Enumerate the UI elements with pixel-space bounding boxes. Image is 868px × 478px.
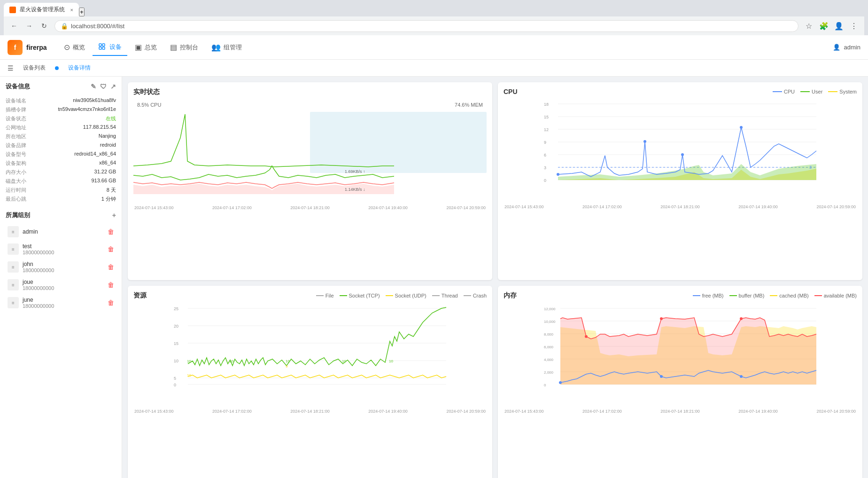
svg-rect-0 bbox=[99, 44, 101, 46]
nav-label-overview: 概览 bbox=[73, 43, 85, 52]
svg-point-26 bbox=[643, 140, 646, 143]
svg-text:2,000: 2,000 bbox=[544, 370, 554, 375]
device-info-section: 设备信息 ✎ 🛡 ↗ 设备域名 niw3905k61hua8fv 插槽令牌 tn… bbox=[6, 82, 116, 204]
resource-chart-card: 资源 File Socket (TCP) Socket (UDP) bbox=[128, 286, 492, 478]
nav-label-console: 控制台 bbox=[180, 43, 198, 52]
svg-text:12,000: 12,000 bbox=[544, 307, 556, 311]
group-delete-test[interactable]: 🗑 bbox=[108, 245, 114, 253]
extensions-button[interactable]: 🧩 bbox=[817, 19, 830, 32]
back-button[interactable]: ← bbox=[8, 19, 21, 32]
svg-text:4,000: 4,000 bbox=[544, 358, 554, 362]
svg-rect-4 bbox=[310, 112, 487, 173]
group-delete-john[interactable]: 🗑 bbox=[108, 263, 114, 271]
svg-text:3: 3 bbox=[544, 165, 546, 170]
svg-text:5: 5 bbox=[174, 376, 176, 381]
device-icon bbox=[98, 42, 107, 52]
content-area: 实时状态 8.5% CPU 74.6% MEM bbox=[122, 77, 868, 478]
memory-legend: free (MB) buffer (MB) cached (MB) a bbox=[693, 293, 857, 298]
bookmark-button[interactable]: ☆ bbox=[802, 19, 815, 32]
legend-free: free (MB) bbox=[693, 293, 724, 298]
console-icon: ▤ bbox=[170, 43, 177, 52]
group-info-test: test 18000000000 bbox=[23, 243, 104, 255]
legend-cached: cached (MB) bbox=[770, 293, 808, 298]
group-item-joue: ≡ joue 18000000000 🗑 bbox=[6, 276, 116, 294]
memory-chart-card: 内存 free (MB) buffer (MB) cached (MB) bbox=[498, 286, 862, 478]
forward-button[interactable]: → bbox=[23, 19, 36, 32]
svg-text:10: 10 bbox=[187, 359, 191, 363]
url-bar[interactable]: 🔒 localhost:8000/#/list bbox=[54, 20, 798, 32]
profile-button[interactable]: 👤 bbox=[832, 19, 845, 32]
device-model-row: 设备型号 redroid14_x86_64 bbox=[6, 150, 116, 159]
hamburger-icon[interactable]: ☰ bbox=[8, 64, 14, 72]
device-info-title: 设备信息 ✎ 🛡 ↗ bbox=[6, 82, 116, 91]
cpu-svg: 18 15 12 9 6 3 0 bbox=[504, 99, 857, 193]
top-nav: f firerpa ⊙ 概览 设备 ▣ 总览 ▤ 控制台 bbox=[0, 35, 868, 60]
cpu-x-axis: 2024-07-14 15:43:00 2024-07-14 17:02:00 … bbox=[504, 204, 857, 209]
add-group-button[interactable]: + bbox=[112, 212, 116, 219]
svg-text:10,000: 10,000 bbox=[544, 320, 556, 324]
svg-text:10: 10 bbox=[174, 359, 178, 363]
legend-socket-tcp: Socket (TCP) bbox=[340, 293, 380, 298]
resource-chart-header: 资源 File Socket (TCP) Socket (UDP) bbox=[133, 291, 487, 300]
nav-label-device: 设备 bbox=[109, 43, 122, 51]
svg-point-25 bbox=[557, 173, 559, 176]
group-item-june: ≡ june 18000000000 🗑 bbox=[6, 294, 116, 312]
group-delete-admin[interactable]: 🗑 bbox=[108, 228, 114, 235]
svg-text:20: 20 bbox=[174, 324, 178, 329]
svg-text:10: 10 bbox=[286, 359, 290, 363]
device-ip-row: 公网地址 117.88.215.54 bbox=[6, 123, 116, 132]
reload-button[interactable]: ↻ bbox=[38, 19, 51, 32]
device-disk-row: 磁盘大小 913.66 GB bbox=[6, 177, 116, 186]
export-icon[interactable]: ↗ bbox=[110, 83, 116, 90]
logo-text: firerpa bbox=[26, 44, 47, 51]
resource-chart-area: 25 20 15 10 5 0 10 10 10 9 bbox=[133, 304, 487, 407]
group-info-june: june 18000000000 bbox=[23, 297, 104, 309]
browser-tabs: 星火设备管理系统 × + bbox=[4, 3, 864, 16]
device-info-icons: ✎ 🛡 ↗ bbox=[91, 83, 116, 90]
realtime-chart-header: 实时状态 bbox=[133, 88, 487, 96]
device-domain-row: 设备域名 niw3905k61hua8fv bbox=[6, 96, 116, 105]
new-tab-button[interactable]: + bbox=[79, 8, 85, 16]
realtime-chart-card: 实时状态 8.5% CPU 74.6% MEM bbox=[128, 82, 492, 280]
group-delete-june[interactable]: 🗑 bbox=[108, 299, 114, 306]
nav-label-groups: 组管理 bbox=[224, 43, 242, 52]
cpu-chart-header: CPU CPU User System bbox=[504, 88, 857, 95]
sub-nav-detail[interactable]: 设备详情 bbox=[66, 64, 93, 72]
edit-icon[interactable]: ✎ bbox=[91, 83, 96, 90]
nav-label-dashboard: 总览 bbox=[145, 43, 157, 52]
nav-item-device[interactable]: 设备 bbox=[93, 39, 127, 56]
group-item-test: ≡ test 18000000000 🗑 bbox=[6, 240, 116, 258]
tab-close-button[interactable]: × bbox=[70, 7, 73, 13]
device-heartbeat-row: 最后心跳 1 分钟 bbox=[6, 195, 116, 204]
svg-text:18: 18 bbox=[544, 102, 549, 107]
group-icon-joue: ≡ bbox=[8, 279, 19, 290]
username: admin bbox=[844, 44, 860, 51]
url-text: localhost:8000/#/list bbox=[71, 23, 124, 30]
nav-item-overview[interactable]: ⊙ 概览 bbox=[58, 39, 91, 56]
nav-item-console[interactable]: ▤ 控制台 bbox=[164, 39, 204, 56]
shield-icon[interactable]: 🛡 bbox=[100, 83, 107, 90]
legend-system: System bbox=[828, 89, 857, 94]
nav-item-dashboard[interactable]: ▣ 总览 bbox=[129, 39, 163, 56]
memory-chart-title: 内存 bbox=[504, 291, 517, 300]
svg-text:0: 0 bbox=[544, 383, 546, 387]
sub-nav-list[interactable]: 设备列表 bbox=[21, 64, 47, 72]
browser-nav-buttons: ← → ↻ bbox=[8, 19, 51, 32]
user-icon: 👤 bbox=[833, 44, 840, 51]
group-icon-test: ≡ bbox=[8, 243, 19, 255]
device-uptime-row: 运行时间 8 天 bbox=[6, 186, 116, 195]
svg-text:25: 25 bbox=[174, 306, 178, 311]
svg-text:1.14KB/s ↓: 1.14KB/s ↓ bbox=[345, 187, 365, 192]
group-delete-joue[interactable]: 🗑 bbox=[108, 281, 114, 289]
svg-point-28 bbox=[740, 126, 743, 129]
browser-tab[interactable]: 星火设备管理系统 × bbox=[4, 3, 79, 16]
resource-legend: File Socket (TCP) Socket (UDP) Thre bbox=[316, 293, 487, 298]
legend-buffer: buffer (MB) bbox=[729, 293, 765, 298]
tab-title: 星火设备管理系统 bbox=[20, 6, 65, 14]
realtime-chart-area: 8.5% CPU 74.6% MEM 1.69KB/s ↑ 1.14KB/s bbox=[133, 100, 487, 204]
svg-point-27 bbox=[681, 153, 684, 156]
svg-text:8,000: 8,000 bbox=[544, 332, 554, 337]
nav-item-groups[interactable]: 👥 组管理 bbox=[206, 39, 248, 56]
menu-button[interactable]: ⋮ bbox=[847, 19, 860, 32]
mem-label: 74.6% MEM bbox=[455, 102, 483, 108]
